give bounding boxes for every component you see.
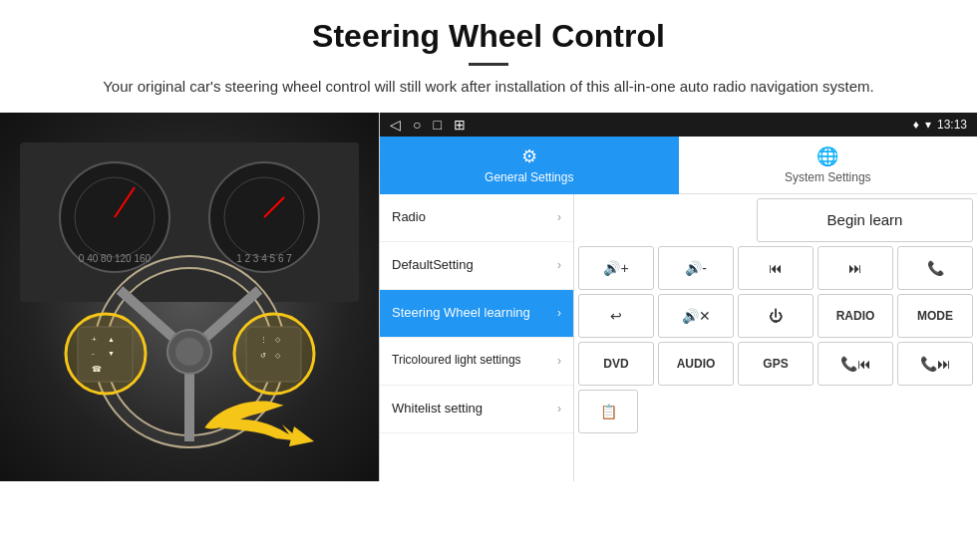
menu-icon[interactable]: ⊞ <box>454 117 466 133</box>
page-header: Steering Wheel Control Your original car… <box>0 0 977 109</box>
vol-up-button[interactable]: 🔊+ <box>578 246 654 290</box>
vol-down-button[interactable]: 🔊- <box>658 246 734 290</box>
android-ui: ◁ ○ □ ⊞ ♦ ▾ 13:13 ⚙ General Settings 🌐 S… <box>379 113 977 481</box>
button-grid: Begin learn 🔊+ 🔊- ⏮ ⏭ <box>574 194 977 481</box>
menu-whitelist-chevron: › <box>557 402 561 416</box>
recents-icon[interactable]: □ <box>433 117 441 133</box>
menu-radio-chevron: › <box>557 210 561 224</box>
mode-label: MODE <box>917 309 953 323</box>
mute-button[interactable]: 🔊✕ <box>658 294 734 338</box>
page-title: Steering Wheel Control <box>40 18 937 55</box>
menu-item-steering[interactable]: Steering Wheel learning › <box>380 290 573 338</box>
svg-point-27 <box>66 314 146 394</box>
tab-system-settings[interactable]: 🌐 System Settings <box>679 137 978 194</box>
radio-ctrl-button[interactable]: RADIO <box>817 294 893 338</box>
menu-default-label: DefaultSetting <box>392 257 474 274</box>
menu-steering-label: Steering Wheel learning <box>392 305 530 322</box>
status-bar: ◁ ○ □ ⊞ ♦ ▾ 13:13 <box>380 113 977 137</box>
begin-learn-button[interactable]: Begin learn <box>757 198 973 242</box>
svg-marker-29 <box>289 426 314 446</box>
general-settings-icon: ⚙ <box>521 145 537 167</box>
menu-list: Radio › DefaultSetting › Steering Wheel … <box>380 194 574 481</box>
signal-icon: ▾ <box>925 118 931 132</box>
menu-item-tricoloured[interactable]: Tricoloured light settings › <box>380 338 573 386</box>
phone-next-icon: 📞⏭ <box>920 356 951 372</box>
prev-track-button[interactable]: ⏮ <box>738 246 814 290</box>
hangup-icon: ↩ <box>610 308 622 324</box>
phone-next-button[interactable]: 📞⏭ <box>897 342 973 386</box>
gps-button[interactable]: GPS <box>738 342 814 386</box>
power-button[interactable]: ⏻ <box>738 294 814 338</box>
svg-text:0  40  80  120  160: 0 40 80 120 160 <box>79 253 152 264</box>
audio-button[interactable]: AUDIO <box>658 342 734 386</box>
prev-track-icon: ⏮ <box>769 260 783 276</box>
tab-general-settings[interactable]: ⚙ General Settings <box>380 137 679 194</box>
menu-tricoloured-chevron: › <box>557 354 561 368</box>
menu-item-default[interactable]: DefaultSetting › <box>380 242 573 290</box>
mute-icon: 🔊✕ <box>682 308 711 324</box>
gps-label: GPS <box>763 357 788 371</box>
location-icon: ♦ <box>913 118 919 132</box>
next-track-icon: ⏭ <box>848 260 862 276</box>
special-icon-button[interactable]: 📋 <box>578 390 638 433</box>
menu-item-whitelist[interactable]: Whitelist setting › <box>380 386 573 433</box>
tab-row: ⚙ General Settings 🌐 System Settings <box>380 137 977 194</box>
menu-item-radio[interactable]: Radio › <box>380 194 573 242</box>
svg-text:1  2  3  4  5  6  7: 1 2 3 4 5 6 7 <box>236 253 292 264</box>
home-icon[interactable]: ○ <box>413 117 421 133</box>
menu-radio-label: Radio <box>392 209 426 226</box>
menu-steering-chevron: › <box>557 306 561 320</box>
time-display: 13:13 <box>937 118 967 132</box>
dvd-label: DVD <box>603 357 628 371</box>
hangup-button[interactable]: ↩ <box>578 294 654 338</box>
car-image-wrapper: 0 40 80 120 160 1 2 3 4 5 6 7 + - ▲ ▼ <box>0 113 379 481</box>
vol-down-icon: 🔊- <box>685 260 707 276</box>
special-icon: 📋 <box>600 404 617 420</box>
page-subtitle: Your original car's steering wheel contr… <box>40 76 937 99</box>
menu-tricoloured-label: Tricoloured light settings <box>392 353 521 369</box>
phone-icon: 📞 <box>927 260 944 276</box>
tab-general-label: General Settings <box>485 170 573 184</box>
system-settings-icon: 🌐 <box>816 145 838 167</box>
svg-point-28 <box>234 314 314 394</box>
svg-point-15 <box>175 338 203 366</box>
mode-button[interactable]: MODE <box>897 294 973 338</box>
power-icon: ⏻ <box>769 308 783 324</box>
title-divider <box>469 63 508 66</box>
back-icon[interactable]: ◁ <box>390 117 401 133</box>
phone-button[interactable]: 📞 <box>897 246 973 290</box>
steering-wheel-image: 0 40 80 120 160 1 2 3 4 5 6 7 + - ▲ ▼ <box>20 142 359 451</box>
menu-whitelist-label: Whitelist setting <box>392 401 483 418</box>
next-track-button[interactable]: ⏭ <box>817 246 893 290</box>
tab-system-label: System Settings <box>785 170 871 184</box>
dvd-button[interactable]: DVD <box>578 342 654 386</box>
menu-default-chevron: › <box>557 258 561 272</box>
phone-prev-button[interactable]: 📞⏮ <box>817 342 893 386</box>
radio-ctrl-label: RADIO <box>836 309 875 323</box>
audio-label: AUDIO <box>677 357 716 371</box>
vol-up-icon: 🔊+ <box>603 260 628 276</box>
phone-prev-icon: 📞⏮ <box>840 356 871 372</box>
